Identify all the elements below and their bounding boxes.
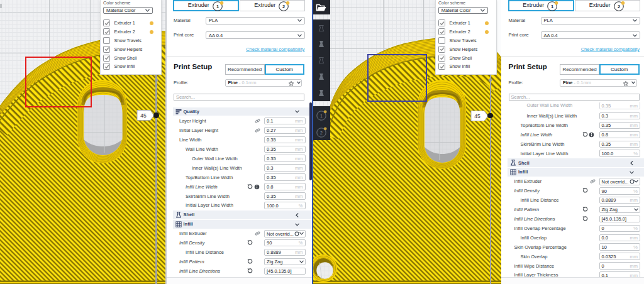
svg-text:45: 45 [140,112,147,119]
svg-text:2: 2 [618,3,620,9]
svg-text:1: 1 [320,114,323,118]
svg-text:1: 1 [551,3,553,9]
svg-text:2: 2 [282,3,285,9]
svg-text:1: 1 [216,3,219,9]
svg-text:45: 45 [474,112,480,119]
svg-text:2: 2 [320,130,323,134]
